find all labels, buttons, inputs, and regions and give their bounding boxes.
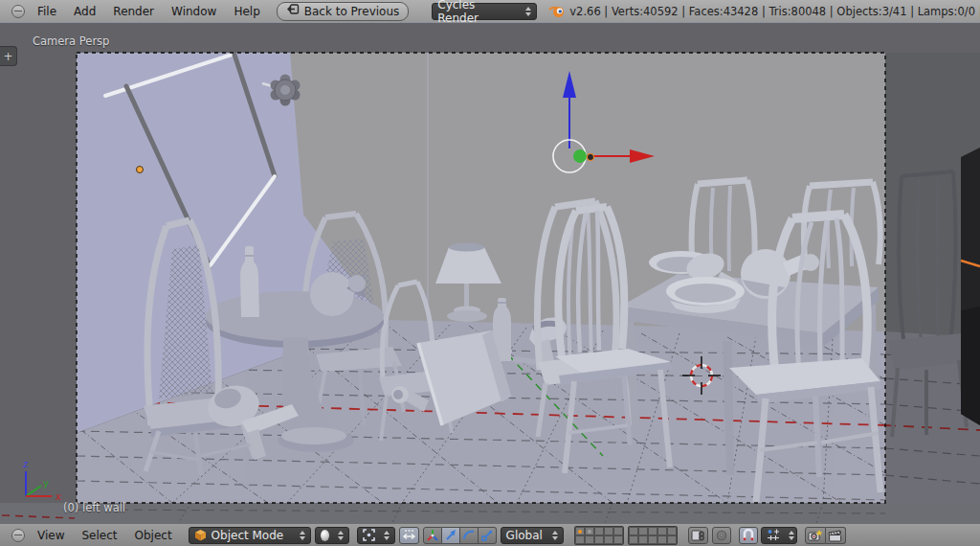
updown-arrows-icon xyxy=(522,7,531,16)
snap-increment-icon xyxy=(767,529,780,541)
axis-y-label: y xyxy=(43,478,49,489)
snap-toggle-button[interactable] xyxy=(739,527,758,544)
back-to-previous-label: Back to Previous xyxy=(304,5,400,18)
menu-view[interactable]: View xyxy=(29,529,73,542)
blender-window: File Add Render Window Help Back to Prev… xyxy=(0,0,980,546)
back-icon xyxy=(286,4,300,18)
layer-2[interactable] xyxy=(585,527,594,535)
scale-manipulator-button[interactable] xyxy=(479,527,497,544)
updown-arrows-icon xyxy=(296,531,305,540)
translate-manipulator-button[interactable] xyxy=(442,527,460,544)
pivot-center-select[interactable] xyxy=(357,527,395,544)
shading-sphere-icon xyxy=(321,530,329,541)
mode-select[interactable]: Object Mode xyxy=(189,527,311,544)
view-name-label: Camera Persp xyxy=(33,34,109,48)
outside-dark-cabinet xyxy=(961,148,980,425)
layers-group-1[interactable] xyxy=(574,526,624,545)
object-mode-cube-icon xyxy=(194,529,207,541)
3d-viewport[interactable]: z y x Camera Persp (0) left wall + xyxy=(0,23,980,523)
back-to-previous-button[interactable]: Back to Previous xyxy=(277,2,410,21)
manipulator-mode-group xyxy=(423,527,497,544)
axis-x-label: x xyxy=(56,491,61,502)
viewport-shading-select[interactable] xyxy=(315,527,349,544)
menu-select[interactable]: Select xyxy=(73,529,125,542)
updown-arrows-icon xyxy=(548,531,558,540)
toolshelf-expand-tab[interactable]: + xyxy=(0,46,17,66)
viewport-editor-menu-icon[interactable] xyxy=(11,529,25,542)
opengl-render-still-button[interactable] xyxy=(805,527,826,544)
opengl-render-group xyxy=(805,527,846,544)
lock-to-scene-button[interactable] xyxy=(688,527,708,544)
opengl-render-anim-button[interactable] xyxy=(826,527,846,544)
editor-type-menu-icon[interactable] xyxy=(11,5,25,18)
manipulator-toggle-button[interactable] xyxy=(399,527,419,544)
proportional-edit-button[interactable] xyxy=(712,527,731,544)
viewport-header-bar: View Select Object Object Mode xyxy=(0,523,980,546)
object-origin-dot[interactable] xyxy=(137,167,144,173)
render-engine-value: Cycles Render xyxy=(437,0,517,25)
layers-widget xyxy=(574,526,678,545)
transform-orientation-select[interactable]: Global xyxy=(501,527,564,544)
menu-add[interactable]: Add xyxy=(65,5,104,18)
updown-arrows-icon xyxy=(785,531,794,540)
outside-camera-bottom xyxy=(0,503,980,523)
blender-logo-icon xyxy=(548,5,566,18)
outside-camera-right xyxy=(885,53,980,503)
layers-group-2[interactable] xyxy=(628,526,678,545)
pivot-icon xyxy=(363,529,375,541)
updown-arrows-icon xyxy=(380,531,390,540)
updown-arrows-icon xyxy=(334,531,344,540)
axis-z-label: z xyxy=(23,459,28,469)
layer-1[interactable] xyxy=(575,527,585,535)
rotate-manipulator-button[interactable] xyxy=(460,527,479,544)
menu-render[interactable]: Render xyxy=(104,5,163,18)
snap-element-select[interactable] xyxy=(761,527,797,544)
scene-stats: v2.66 | Verts:40592 | Faces:43428 | Tris… xyxy=(569,5,980,18)
render-engine-select[interactable]: Cycles Render xyxy=(432,3,537,20)
info-header-bar: File Add Render Window Help Back to Prev… xyxy=(0,0,980,23)
manipulator-axes-icon-button[interactable] xyxy=(423,527,442,544)
menu-window[interactable]: Window xyxy=(163,5,225,18)
active-object-label: (0) left wall xyxy=(63,501,125,514)
orientation-value: Global xyxy=(506,529,543,542)
menu-object[interactable]: Object xyxy=(126,529,181,542)
menu-help[interactable]: Help xyxy=(225,5,268,18)
mode-select-value: Object Mode xyxy=(212,529,284,542)
menu-file[interactable]: File xyxy=(29,5,65,18)
